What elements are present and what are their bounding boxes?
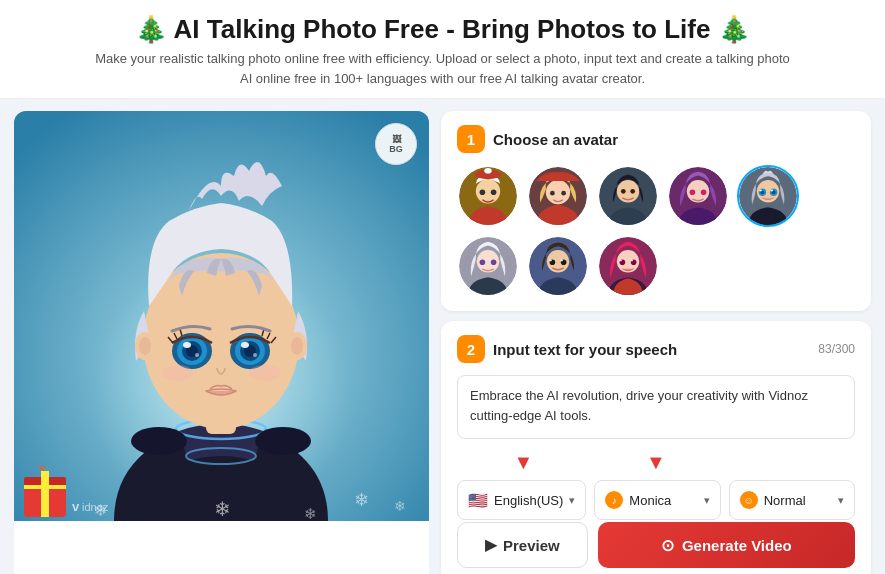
- svg-point-43: [484, 168, 491, 174]
- svg-point-45: [546, 180, 570, 204]
- voice-label: Monica: [629, 493, 697, 508]
- avatar-3[interactable]: [597, 165, 659, 227]
- generate-button[interactable]: ⊙ Generate Video: [598, 522, 855, 568]
- preview-panel: ❄ ❄ ❄ ❄ ❄ ❄ v idnoz 🖼 BG: [14, 111, 429, 574]
- style-chevron-icon: ▾: [838, 494, 844, 507]
- svg-text:idnoz: idnoz: [82, 501, 109, 513]
- svg-point-79: [630, 259, 633, 261]
- step1-badge: 1: [457, 125, 485, 153]
- voice-person-icon: ♪: [605, 491, 623, 509]
- main-content: ❄ ❄ ❄ ❄ ❄ ❄ v idnoz 🖼 BG: [0, 99, 885, 574]
- svg-point-55: [701, 189, 707, 195]
- preview-button[interactable]: ▶ Preview: [457, 522, 588, 568]
- language-dropdown[interactable]: 🇺🇸 English(US) ▾: [457, 480, 586, 520]
- svg-point-66: [480, 259, 486, 265]
- voice-arrow: ▼: [646, 451, 666, 474]
- language-flag: 🇺🇸: [468, 491, 488, 510]
- svg-rect-34: [41, 471, 49, 517]
- style-icon: ☺: [740, 491, 758, 509]
- svg-point-51: [630, 189, 635, 194]
- svg-point-72: [549, 259, 552, 261]
- svg-point-22: [241, 342, 249, 348]
- svg-rect-35: [24, 485, 66, 489]
- language-label: English(US): [494, 493, 563, 508]
- svg-point-10: [139, 337, 151, 355]
- voice-chevron-icon: ▾: [704, 494, 710, 507]
- avatar-2[interactable]: [527, 165, 589, 227]
- svg-point-63: [770, 189, 773, 191]
- svg-text:v: v: [72, 499, 80, 514]
- svg-point-25: [249, 365, 281, 381]
- section1-header: 1 Choose an avatar: [457, 125, 855, 153]
- svg-point-46: [550, 191, 555, 196]
- bg-button[interactable]: 🖼 BG: [375, 123, 417, 165]
- controls-row: 🇺🇸 English(US) ▾ ♪ Monica ▾ ☺ Normal ▾: [457, 480, 855, 520]
- svg-point-67: [491, 259, 497, 265]
- choose-avatar-section: 1 Choose an avatar: [441, 111, 871, 311]
- page-subtitle: Make your realistic talking photo online…: [93, 49, 793, 88]
- right-panel: 1 Choose an avatar: [441, 111, 871, 574]
- svg-point-11: [291, 337, 303, 355]
- style-label: Normal: [764, 493, 832, 508]
- voice-dropdown[interactable]: ♪ Monica ▾: [594, 480, 720, 520]
- avatar-7[interactable]: [527, 235, 589, 297]
- svg-point-4: [131, 427, 187, 455]
- avatar-8[interactable]: [597, 235, 659, 297]
- svg-point-40: [480, 189, 486, 195]
- svg-point-23: [253, 353, 257, 357]
- section2-title: Input text for your speech: [493, 341, 677, 358]
- character-illustration: ❄ ❄ ❄ ❄ ❄ ❄ v idnoz: [14, 111, 429, 521]
- char-count: 83/300: [818, 342, 855, 356]
- svg-text:❄: ❄: [394, 498, 406, 514]
- bg-icon: 🖼: [392, 134, 401, 144]
- action-row: ▶ Preview ⊙ Generate Video: [457, 522, 855, 568]
- section1-title: Choose an avatar: [493, 131, 618, 148]
- style-dropdown[interactable]: ☺ Normal ▾: [729, 480, 855, 520]
- speech-textarea[interactable]: Embrace the AI revolution, drive your cr…: [457, 375, 855, 439]
- svg-text:❄: ❄: [214, 498, 231, 520]
- language-arrow: ▼: [513, 451, 533, 474]
- svg-text:❄: ❄: [354, 490, 369, 510]
- play-icon: ▶: [485, 536, 497, 554]
- svg-point-16: [183, 342, 191, 348]
- svg-point-73: [560, 259, 563, 261]
- svg-text:❄: ❄: [304, 505, 317, 521]
- svg-point-50: [621, 189, 626, 194]
- svg-point-78: [619, 259, 622, 261]
- section2-header: 2 Input text for your speech 83/300: [457, 335, 855, 363]
- svg-point-60: [759, 189, 762, 191]
- language-chevron-icon: ▾: [569, 494, 575, 507]
- svg-point-41: [491, 189, 497, 195]
- bg-label: BG: [389, 144, 403, 154]
- svg-point-47: [561, 191, 566, 196]
- svg-point-39: [476, 179, 500, 203]
- step2-badge: 2: [457, 335, 485, 363]
- avatar-4[interactable]: [667, 165, 729, 227]
- avatar-grid: [457, 165, 855, 297]
- page-title: 🎄 AI Talking Photo Free - Bring Photos t…: [20, 14, 865, 45]
- video-icon: ⊙: [661, 536, 674, 555]
- avatar-5[interactable]: [737, 165, 799, 227]
- speech-section: 2 Input text for your speech 83/300 Embr…: [441, 321, 871, 574]
- svg-point-17: [195, 353, 199, 357]
- svg-point-54: [690, 189, 696, 195]
- avatar-1[interactable]: [457, 165, 519, 227]
- svg-point-5: [255, 427, 311, 455]
- avatar-preview-image: ❄ ❄ ❄ ❄ ❄ ❄ v idnoz 🖼 BG: [14, 111, 429, 521]
- avatar-6[interactable]: [457, 235, 519, 297]
- page-header: 🎄 AI Talking Photo Free - Bring Photos t…: [0, 0, 885, 99]
- svg-point-24: [161, 365, 193, 381]
